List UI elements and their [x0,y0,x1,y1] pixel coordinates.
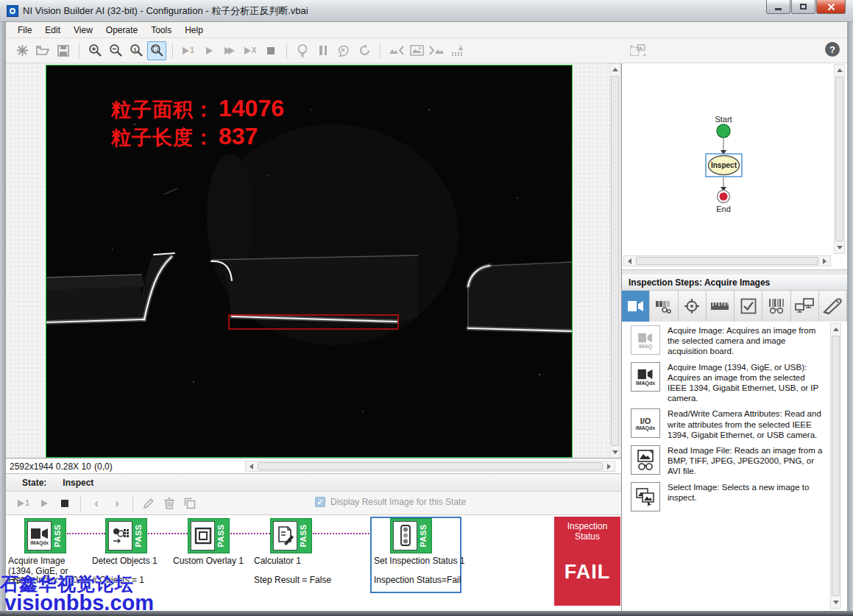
list-item-select-image[interactable]: Select Image: Selects a new image to ins… [622,478,847,513]
step-name: Set Inspection Status 1 [374,556,466,567]
end-node-label: End [716,205,731,213]
scroll-thumb[interactable] [258,462,603,470]
menu-view[interactable]: View [67,23,99,38]
menu-help[interactable]: Help [178,23,210,38]
minimize-button[interactable] [766,0,790,14]
pass-badge: PASS [215,521,227,550]
previous-image-button[interactable] [386,41,406,60]
state-diagram-canvas: Start Inspect End [622,63,832,253]
new-inspection-button[interactable] [13,41,32,60]
enhance-images-icon [655,298,673,314]
menu-tools[interactable]: Tools [144,23,178,38]
delete-step-button[interactable] [160,494,179,513]
image-display-area[interactable]: 粒子面积： 14076 粒子长度： 837 [6,63,621,459]
stop-icon [61,500,68,507]
abort-button[interactable] [334,41,353,60]
maximize-button[interactable] [791,0,815,14]
image-vertical-scrollbar[interactable] [609,63,620,459]
image-horizontal-scrollbar[interactable] [245,461,615,472]
scroll-thumb[interactable] [832,336,840,596]
tab-check-presence[interactable] [735,291,762,322]
scroll-down-button[interactable] [610,447,620,457]
pass-badge: PASS [417,521,429,550]
scroll-down-button[interactable] [831,598,840,607]
scroll-up-button[interactable] [610,65,620,74]
pass-badge: PASS [52,521,63,550]
step-pass-frame: PASS [188,518,230,553]
next-step-button[interactable]: › [107,494,127,513]
scroll-thumb[interactable] [835,77,843,241]
open-image-button[interactable] [407,41,426,60]
tab-locate-features[interactable] [679,291,707,322]
list-item-read-write-attributes[interactable]: I/O IMAQdx Read/Write Camera Attributes:… [622,405,847,442]
menu-operate[interactable]: Operate [99,23,144,38]
tab-additional-tools[interactable] [819,291,847,322]
menu-edit[interactable]: Edit [38,23,67,38]
scroll-right-button[interactable] [820,256,829,266]
check-presence-icon [740,298,757,314]
zoom-1x-icon: 1 [130,43,144,57]
stop-button[interactable] [261,41,280,60]
pass-badge: PASS [132,521,144,550]
run-until-fail-button[interactable]: X [241,41,260,60]
calculator-icon [273,521,297,550]
state-diagram[interactable]: Start Inspect End [622,63,847,270]
scroll-left-button[interactable] [625,256,634,266]
highlight-results-button[interactable] [293,41,312,60]
step-connector [313,533,372,534]
zoom-to-fit-icon [150,43,164,57]
list-item-acquire-image[interactable]: IMAQ Acquire Image: Acquires an image fr… [622,322,847,358]
scroll-right-button[interactable] [604,461,614,471]
open-button[interactable] [33,41,52,60]
state-run-once-button[interactable]: 1 [14,494,33,513]
pause-button[interactable] [314,41,333,60]
run-once-button[interactable]: 1 [179,41,198,60]
list-item-read-image-file[interactable]: Read Image File: Reads an image from a B… [622,442,847,478]
run-continuous-button[interactable] [220,41,239,60]
run-once-icon [18,500,24,507]
help-button[interactable]: ? [825,42,840,57]
refresh-button[interactable] [355,41,374,60]
diagram-horizontal-scrollbar[interactable] [623,255,831,266]
pause-icon [319,46,327,55]
image-list-button[interactable] [448,41,467,60]
image-io-button[interactable] [629,41,648,60]
tab-identify-parts[interactable] [762,291,790,322]
scroll-up-button[interactable] [831,325,840,334]
menu-file[interactable]: File [11,23,38,38]
run-button[interactable] [199,41,219,60]
zoom-out-button[interactable] [106,41,125,60]
tab-acquire-images[interactable] [622,291,650,322]
next-image-button[interactable] [428,41,447,60]
scroll-up-button[interactable] [835,66,844,75]
chevron-right-icon: › [115,496,119,511]
zoom-1x-button[interactable]: 1 [127,41,146,60]
scroll-down-button[interactable] [835,243,844,252]
scroll-left-button[interactable] [247,461,256,471]
previous-step-button[interactable]: ‹ [87,494,106,513]
imaqdx-acquire-icon: IMAQdx [631,362,660,392]
scroll-thumb[interactable] [636,257,818,265]
state-stop-button[interactable] [55,494,74,513]
tab-measure-features[interactable] [707,291,735,322]
zoom-in-button[interactable] [85,41,105,60]
inspection-image[interactable]: 粒子面积： 14076 粒子长度： 837 [46,65,573,458]
zoom-to-fit-button[interactable] [147,41,166,60]
list-vertical-scrollbar[interactable] [830,323,841,609]
tab-enhance-images[interactable] [650,291,678,322]
communicate-icon [795,298,814,314]
diagram-vertical-scrollbar[interactable] [834,64,845,254]
state-run-button[interactable] [35,494,54,513]
save-button[interactable] [54,41,73,60]
copy-step-button[interactable] [180,494,199,513]
close-button[interactable] [816,0,846,14]
list-item-acquire-image-1394[interactable]: IMAQdx Acquire Image (1394, GigE, or USB… [622,358,847,406]
imaq-acquire-icon: IMAQ [631,325,660,355]
tab-communicate[interactable] [791,291,819,322]
scroll-thumb[interactable] [611,76,619,446]
run-icon [41,500,48,507]
read-image-file-icon [631,445,660,475]
edit-step-button[interactable] [139,494,158,513]
run-until-fail-icon [244,47,251,54]
display-result-image-checkbox[interactable]: ✓ Display Result Image for this State [315,497,466,507]
